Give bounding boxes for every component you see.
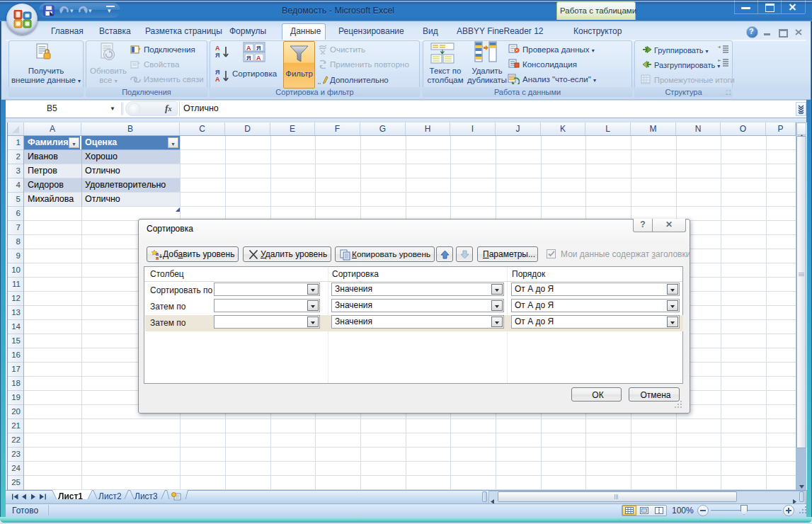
- svg-text:А: А: [256, 55, 261, 62]
- svg-text:А: А: [246, 45, 251, 52]
- svg-text:Я: Я: [246, 55, 251, 62]
- svg-text:Я: Я: [256, 45, 261, 52]
- svg-text:я: я: [156, 256, 159, 260]
